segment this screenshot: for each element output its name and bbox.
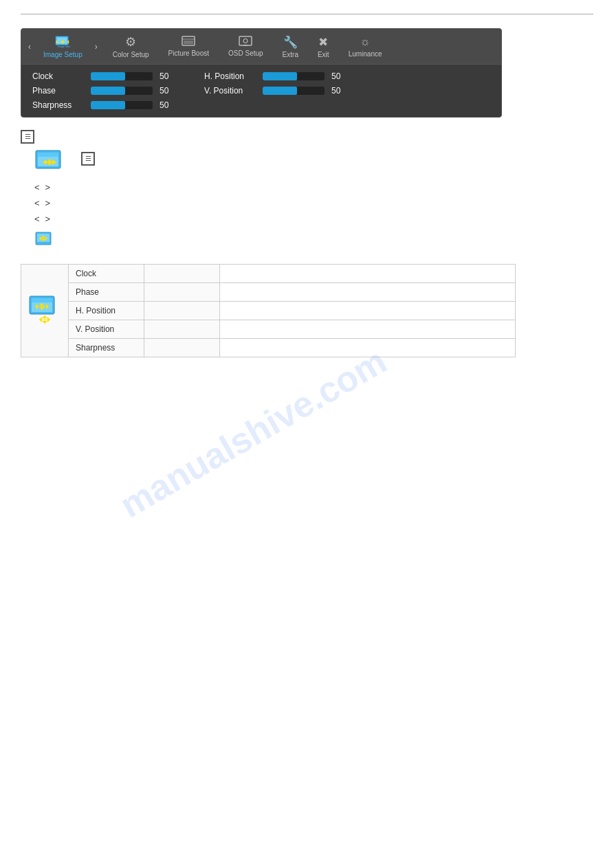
table-name-1: Phase [69, 283, 144, 302]
table-range-2 [144, 302, 220, 320]
svg-text:Image Setup: Image Setup [58, 45, 70, 48]
osd-value-vpos: 50 [331, 86, 349, 96]
osd-nav: ‹ Image Setup Image Setup › [21, 29, 501, 65]
table-desc-3 [220, 320, 516, 339]
table-name-2: H. Position [69, 302, 144, 320]
nav-item-extra[interactable]: 🔧 Extra [273, 34, 308, 60]
osd-row-sharpness: Sharpness 50 [32, 100, 177, 110]
osd-panel: ‹ Image Setup Image Setup › [21, 28, 502, 118]
osd-label-vpos: V. Position [204, 86, 256, 96]
nav-item-osd-setup[interactable]: OSD Setup [219, 34, 273, 58]
osd-row-vpos: V. Position 50 [204, 86, 349, 96]
osd-right-col: H. Position 50 V. Position 50 [204, 71, 349, 110]
nav-item-color-setup[interactable]: ⚙ Color Setup [103, 33, 159, 60]
arrow-pair-2: < > [34, 214, 50, 224]
osd-bar-sharpness [91, 101, 153, 109]
table-range-4 [144, 339, 220, 357]
nav-item-exit[interactable]: ✖ Exit [308, 34, 339, 60]
osd-value-phase: 50 [160, 86, 177, 96]
sun-icon: ☼ [360, 35, 371, 49]
table-row: Clock [21, 265, 516, 283]
table-row: V. Position [21, 320, 516, 339]
desc-section: ☰ [21, 130, 502, 250]
osd-value-sharpness: 50 [160, 100, 177, 110]
menu-icon-row: ☰ [21, 130, 502, 144]
osd-bar-clock [91, 72, 153, 80]
arrow-left-0[interactable]: < [34, 182, 40, 192]
desc-content-row: < > < > < > [34, 149, 502, 250]
picture-boost-icon [182, 36, 195, 48]
nav-label-extra: Extra [283, 51, 298, 58]
menu-square-icon-2: ☰ [81, 152, 95, 166]
table-row: H. Position [21, 302, 516, 320]
nav-label-color-setup: Color Setup [113, 51, 149, 58]
nav-label-luminance: Luminance [349, 50, 382, 58]
table-range-3 [144, 320, 220, 339]
table-range-0 [144, 265, 220, 283]
osd-bar-fill-hpos [263, 72, 297, 80]
table-desc-4 [220, 339, 516, 357]
table-icon-image-setup [28, 295, 61, 325]
table-name-0: Clock [69, 265, 144, 283]
osd-row-clock: Clock 50 [32, 71, 177, 81]
wrench-icon: 🔧 [283, 35, 298, 49]
osd-label-clock: Clock [32, 71, 84, 81]
svg-rect-31 [32, 298, 52, 302]
osd-setup-icon [239, 36, 252, 48]
osd-row-phase: Phase 50 [32, 86, 177, 96]
osd-bar-vpos [263, 87, 325, 95]
osd-bar-hpos [263, 72, 325, 80]
osd-label-hpos: H. Position [204, 71, 256, 81]
arrow-pair-0: < > [34, 182, 50, 192]
nav-label-osd-setup: OSD Setup [228, 49, 263, 57]
move-icon [34, 231, 55, 250]
osd-bar-fill-clock [91, 72, 125, 80]
table-section: Clock Phase H. Position V. Position [21, 264, 516, 357]
nav-label-picture-boost: Picture Boost [168, 49, 209, 57]
top-rule [21, 14, 593, 14]
table-row: Sharpness [21, 339, 516, 357]
gear-icon: ⚙ [125, 34, 136, 49]
arrow-right-0[interactable]: > [45, 182, 51, 192]
image-setup-large-icon [34, 149, 65, 175]
osd-label-phase: Phase [32, 86, 84, 96]
table-range-1 [144, 283, 220, 302]
arrow-right-1[interactable]: > [45, 198, 51, 208]
data-table: Clock Phase H. Position V. Position [21, 264, 516, 357]
table-row: Phase [21, 283, 516, 302]
nav-label-image-setup: Image Setup [43, 51, 83, 58]
nav-label-exit: Exit [318, 51, 329, 58]
osd-content: Clock 50 Phase 50 [21, 65, 501, 117]
osd-nav-left-arrow[interactable]: ‹ [28, 42, 31, 52]
osd-bar-fill-phase [91, 87, 125, 95]
osd-label-sharpness: Sharpness [32, 100, 84, 110]
table-name-3: V. Position [69, 320, 144, 339]
osd-value-hpos: 50 [331, 71, 349, 81]
arrow-left-2[interactable]: < [34, 214, 40, 224]
osd-left-col: Clock 50 Phase 50 [32, 71, 177, 110]
table-icon-cell [21, 265, 69, 357]
osd-nav-arrows: ‹ Image Setup Image Setup › [28, 33, 98, 60]
image-setup-icon: Image Setup [55, 34, 70, 49]
desc-right: ☰ [81, 152, 95, 166]
svg-point-10 [243, 39, 248, 43]
arrow-left-1[interactable]: < [34, 198, 40, 208]
svg-rect-14 [38, 153, 58, 157]
table-desc-2 [220, 302, 516, 320]
nav-item-image-setup[interactable]: Image Setup Image Setup [34, 33, 92, 60]
arrow-pair-1: < > [34, 198, 50, 208]
table-desc-0 [220, 265, 516, 283]
svg-rect-1 [57, 38, 67, 44]
svg-rect-8 [184, 41, 193, 44]
osd-value-clock: 50 [160, 71, 177, 81]
nav-item-luminance[interactable]: ☼ Luminance [339, 34, 392, 59]
osd-nav-right-arrow[interactable]: › [95, 42, 98, 52]
arrow-list: < > < > < > [34, 182, 50, 224]
table-desc-1 [220, 283, 516, 302]
arrow-right-2[interactable]: > [45, 214, 51, 224]
nav-item-picture-boost[interactable]: Picture Boost [159, 34, 219, 58]
osd-bar-fill-sharpness [91, 101, 125, 109]
osd-bar-fill-vpos [263, 87, 297, 95]
svg-rect-9 [239, 36, 252, 45]
desc-left: < > < > < > [34, 149, 65, 250]
